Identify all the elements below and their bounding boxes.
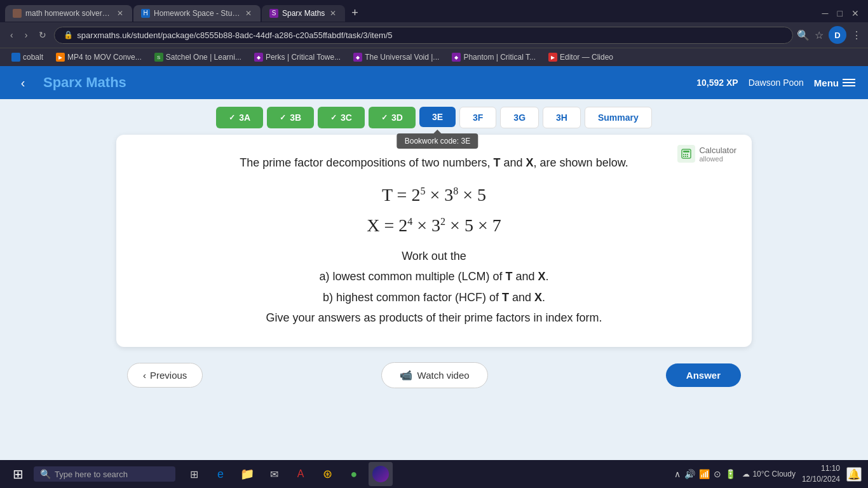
answer-button[interactable]: Answer (666, 363, 741, 387)
tab-summary[interactable]: Summary (585, 107, 652, 128)
bookmark-perks[interactable]: ◆ Perks | Critical Towe... (249, 51, 346, 64)
check-icon-3C: ✓ (330, 113, 337, 122)
previous-button[interactable]: ‹ Previous (127, 363, 203, 388)
forward-button[interactable]: › (21, 27, 32, 43)
hamburger-icon (843, 79, 855, 86)
svg-rect-6 (685, 156, 686, 157)
bookmark-editor-icon: ▶ (548, 53, 557, 62)
tab-3F-label: 3F (473, 112, 483, 123)
taskbar-mail[interactable]: ✉ (262, 462, 286, 486)
bookmark-phantom[interactable]: ◆ Phantom | Critical T... (447, 51, 541, 64)
tab-3H[interactable]: 3H (543, 107, 581, 128)
watch-video-button[interactable]: 📹 Watch video (381, 362, 488, 388)
tab-2-close[interactable]: ✕ (244, 9, 253, 18)
task-view-icon: ⊞ (190, 468, 198, 480)
bookmark-editor[interactable]: ▶ Editor — Clideo (543, 51, 618, 64)
chevron-up-icon[interactable]: ∧ (674, 469, 681, 479)
tab-3-favicon: S (269, 9, 278, 18)
tab-3G[interactable]: 3G (500, 107, 539, 128)
close-window-button[interactable]: ✕ (848, 6, 863, 21)
explorer-icon: 📁 (240, 467, 254, 481)
weather-text: 10°C Cloudy (752, 470, 796, 478)
tab-3E[interactable]: 3E (419, 107, 456, 127)
search-page-button[interactable]: 🔍 (797, 29, 810, 41)
bookmark-phantom-label: Phantom | Critical T... (463, 53, 536, 62)
back-arrow[interactable]: ‹ (13, 72, 33, 93)
svg-rect-4 (687, 154, 688, 155)
bookmark-perks-icon: ◆ (254, 53, 263, 62)
tab-1-close[interactable]: ✕ (116, 9, 125, 18)
minimize-button[interactable]: ─ (818, 6, 832, 21)
bookmark-cobalt[interactable]: cobalt (6, 51, 48, 64)
tab-2[interactable]: H Homework Space - StudyX ✕ (133, 5, 261, 22)
url-text: sparxmaths.uk/student/package/c8555b88-8… (77, 30, 783, 40)
bookmark-void-icon: ◆ (353, 53, 362, 62)
bookmark-void[interactable]: ◆ The Universal Void |... (348, 51, 444, 64)
more-options-button[interactable]: ⋮ (851, 29, 862, 41)
calculator-icon (677, 145, 695, 163)
menu-button[interactable]: Menu (814, 78, 855, 88)
tab-3[interactable]: S Sparx Maths ✕ (262, 5, 345, 22)
system-tray-icons: ∧ 🔊 📶 ⊙ 🔋 (674, 469, 736, 479)
tab-3-close[interactable]: ✕ (329, 9, 337, 18)
network-icon[interactable]: 📶 (699, 469, 710, 479)
taskbar-acrobat[interactable]: A (288, 462, 313, 486)
taskbar-pinned-icons: ⊞ e 📁 ✉ A ⊛ ● (182, 462, 674, 486)
video-camera-icon: 📹 (400, 369, 412, 381)
tab-3G-label: 3G (513, 112, 526, 123)
taskbar-search-input[interactable] (55, 470, 169, 479)
tab-3H-label: 3H (556, 112, 567, 123)
check-icon-3A: ✓ (229, 113, 235, 122)
chrome-icon: ⊛ (323, 467, 332, 481)
browser-chrome: math homework solver screen ✕ H Homework… (0, 0, 868, 66)
restore-button[interactable]: □ (834, 6, 846, 21)
taskbar-search-box[interactable]: 🔍 (34, 466, 175, 482)
tab-3D[interactable]: ✓ 3D (369, 107, 416, 128)
new-tab-button[interactable]: + (346, 4, 363, 22)
tab-1-favicon (13, 9, 22, 18)
tab-1[interactable]: math homework solver screen ✕ (5, 5, 132, 22)
tab-1-title: math homework solver screen (25, 9, 112, 18)
taskbar-chrome2[interactable]: ● (342, 462, 366, 486)
tab-3C[interactable]: ✓ 3C (318, 107, 365, 128)
menu-label: Menu (814, 78, 839, 88)
tab-3F[interactable]: 3F (459, 107, 496, 128)
bookmark-button[interactable]: ☆ (815, 29, 824, 41)
taskbar-active-avatar[interactable] (369, 462, 393, 486)
equation-X: X = 24 × 32 × 5 × 7 (142, 215, 726, 236)
check-icon-3D: ✓ (381, 113, 388, 122)
address-bar[interactable]: 🔒 sparxmaths.uk/student/package/c8555b88… (54, 27, 793, 44)
sound-icon[interactable]: 🔊 (684, 469, 695, 479)
bookmark-mp4[interactable]: ▶ MP4 to MOV Conve... (51, 51, 147, 64)
back-button[interactable]: ‹ (6, 27, 17, 43)
work-out-section: Work out the a) lowest common multiple (… (142, 246, 726, 329)
tab-3B[interactable]: ✓ 3B (267, 107, 314, 128)
taskbar-task-view[interactable]: ⊞ (182, 462, 206, 486)
previous-label: Previous (150, 370, 187, 381)
start-button[interactable]: ⊞ (6, 463, 30, 485)
tab-bar: math homework solver screen ✕ H Homework… (0, 0, 868, 22)
acrobat-icon: A (297, 468, 304, 480)
bookmark-satchel[interactable]: S Satchel One | Learni... (149, 51, 247, 64)
tab-2-title: Homework Space - StudyX (154, 9, 240, 18)
sparx-header-right: 10,592 XP Dawson Poon Menu (696, 78, 855, 88)
taskbar-edge[interactable]: e (208, 462, 233, 486)
taskbar-chrome[interactable]: ⊛ (315, 462, 339, 486)
battery-icon[interactable]: 🔋 (725, 469, 736, 479)
wifi-icon[interactable]: ⊙ (714, 469, 721, 479)
tab-3A[interactable]: ✓ 3A (216, 107, 263, 128)
bookmark-mp4-label: MP4 to MOV Conve... (67, 53, 142, 62)
tab-3E-label: 3E (432, 112, 443, 122)
reload-button[interactable]: ↻ (35, 27, 50, 43)
notification-button[interactable]: 🔔 (846, 467, 862, 482)
tab-3C-label: 3C (341, 112, 352, 123)
tab-3-title: Sparx Maths (282, 9, 325, 18)
previous-chevron-icon: ‹ (143, 370, 146, 381)
clock-time: 11:10 (802, 463, 840, 474)
profile-avatar[interactable]: D (829, 26, 846, 44)
sparx-logo-text: Sparx Maths (43, 74, 126, 90)
tab-summary-label: Summary (598, 112, 639, 123)
question-intro: The prime factor decompositions of two n… (142, 154, 726, 172)
user-name: Dawson Poon (749, 78, 804, 88)
taskbar-explorer[interactable]: 📁 (235, 462, 259, 486)
